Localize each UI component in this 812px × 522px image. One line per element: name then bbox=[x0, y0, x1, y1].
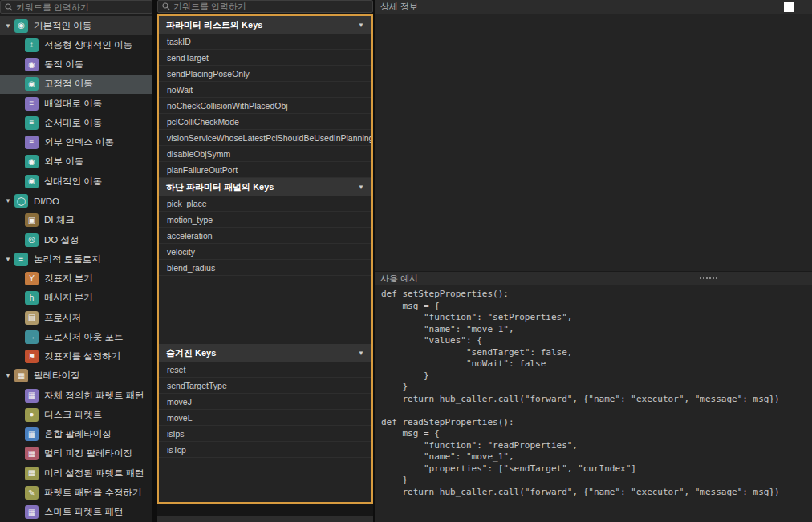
label-branch-icon: Y bbox=[25, 272, 39, 285]
expander-icon[interactable]: ▼ bbox=[5, 372, 14, 379]
tree-item-label: 미리 설정된 파렛트 패턴 bbox=[44, 467, 144, 480]
key-item[interactable]: sendTarget bbox=[159, 50, 371, 66]
splitter-grip[interactable] bbox=[700, 277, 717, 279]
tree-item[interactable]: ◉고정점 이동 bbox=[0, 75, 152, 94]
key-item[interactable]: motion_type bbox=[159, 212, 371, 228]
smart-pallet-pattern-icon: ▦ bbox=[25, 505, 39, 519]
keys-section-title: 숨겨진 Keys bbox=[166, 347, 216, 359]
key-item[interactable]: visionServiceWhoseLatestPclShouldBeUsedI… bbox=[159, 130, 371, 146]
chevron-down-icon[interactable]: ▼ bbox=[358, 184, 364, 191]
tree-item[interactable]: ≡배열대로 이동 bbox=[0, 94, 152, 113]
usage-title: 사용 예시 bbox=[380, 273, 418, 285]
tree-item-label: 스마트 파렛트 패턴 bbox=[44, 506, 123, 518]
tree-item[interactable]: ▣DI 체크 bbox=[0, 211, 152, 230]
keys-section-header[interactable]: 하단 파라미터 패널의 Keys▼ bbox=[159, 178, 371, 196]
tree-item[interactable]: h메시지 분기 bbox=[0, 289, 152, 308]
tree-item-label: 파렛트 패턴을 수정하기 bbox=[44, 487, 141, 499]
tree-item[interactable]: Y깃표지 분기 bbox=[0, 269, 152, 288]
expander-icon[interactable]: ▼ bbox=[5, 22, 14, 30]
key-item[interactable]: reset bbox=[159, 362, 371, 378]
keys-section-header[interactable]: 파라미터 리스트의 Keys▼ bbox=[159, 16, 371, 34]
key-item[interactable]: moveL bbox=[159, 410, 371, 426]
preset-pallet-pattern-icon: ▦ bbox=[25, 467, 39, 480]
tree-item-label: 적응형 상대적인 이동 bbox=[44, 39, 132, 51]
di-do-icon: ◯ bbox=[14, 194, 28, 208]
key-item[interactable]: velocity bbox=[159, 244, 371, 260]
tree-item-label: 깃표지 분기 bbox=[44, 273, 93, 285]
palletizing-icon: ▦ bbox=[14, 369, 28, 382]
keys-section: 파라미터 리스트의 Keys▼taskIDsendTargetsendPlaci… bbox=[159, 16, 371, 178]
sidebar-search[interactable] bbox=[0, 0, 152, 14]
tree-item[interactable]: ▤프로시저 bbox=[0, 308, 152, 327]
key-item[interactable]: pick_place bbox=[159, 196, 371, 212]
tree-item[interactable]: ↕적응형 상대적인 이동 bbox=[0, 35, 152, 55]
key-item[interactable]: blend_radius bbox=[159, 260, 371, 276]
disk-pallet-icon: ● bbox=[25, 408, 39, 422]
external-index-move-icon: ≡ bbox=[25, 136, 39, 149]
expander-icon[interactable]: ▼ bbox=[5, 197, 14, 204]
key-item[interactable]: noCheckCollisionWithPlacedObj bbox=[159, 98, 371, 114]
tree-group-header[interactable]: ▼◯DI/DO bbox=[0, 191, 152, 210]
tree-group-header[interactable]: ▼≡논리적 토폴로지 bbox=[0, 249, 152, 269]
tree-item[interactable]: ⚑깃표지를 설정하기 bbox=[0, 347, 152, 366]
tree-group-header[interactable]: ▼◉기본적인 이동 bbox=[0, 16, 152, 35]
keys-section: 하단 파라미터 패널의 Keys▼pick_placemotion_typeac… bbox=[159, 178, 371, 276]
keys-list: 파라미터 리스트의 Keys▼taskIDsendTargetsendPlaci… bbox=[157, 14, 373, 504]
tree-item-label: 자체 정의한 파렛트 패턴 bbox=[44, 390, 144, 402]
key-item[interactable]: disableObjSymm bbox=[159, 146, 371, 162]
tree-item[interactable]: ≡순서대로 이동 bbox=[0, 113, 152, 132]
tree-item[interactable]: ◉외부 이동 bbox=[0, 152, 152, 172]
detail-panel: 상세 정보 사용 예시 def setStepProperties(): msg… bbox=[375, 0, 812, 522]
key-item[interactable]: acceleration bbox=[159, 228, 371, 244]
key-item[interactable]: sendPlacingPoseOnly bbox=[159, 66, 371, 82]
tree-group-label: 논리적 토폴로지 bbox=[34, 253, 101, 265]
key-item[interactable]: taskID bbox=[159, 34, 371, 50]
tree-item[interactable]: ▦혼합 팔레타이징 bbox=[0, 425, 152, 444]
partial-section-strip bbox=[157, 516, 373, 522]
search-icon bbox=[5, 3, 13, 11]
key-item[interactable]: isTcp bbox=[159, 442, 371, 458]
tree-item-label: 동적 이동 bbox=[44, 59, 83, 71]
key-item[interactable]: sendTargetType bbox=[159, 378, 371, 394]
tree-item[interactable]: ▦멀티 피킹 팔레타이징 bbox=[0, 444, 152, 463]
key-item[interactable]: pclColliCheckMode bbox=[159, 114, 371, 130]
key-item[interactable]: isIps bbox=[159, 426, 371, 442]
tree-item[interactable]: ▦스마트 파렛트 패턴 bbox=[0, 503, 152, 522]
keys-section-header[interactable]: 숨겨진 Keys▼ bbox=[159, 344, 371, 362]
tree-item[interactable]: ◉동적 이동 bbox=[0, 55, 152, 75]
tree-item[interactable]: →프로시저 아웃 포트 bbox=[0, 327, 152, 346]
key-item[interactable]: moveJ bbox=[159, 394, 371, 410]
mixed-palletizing-icon: ▦ bbox=[25, 427, 39, 441]
chevron-down-icon[interactable]: ▼ bbox=[358, 22, 364, 29]
tree-item[interactable]: ◉상대적인 이동 bbox=[0, 172, 152, 191]
tree-item[interactable]: ≡외부 인덱스 이동 bbox=[0, 133, 152, 152]
chevron-down-icon[interactable]: ▼ bbox=[358, 350, 364, 357]
tree-item-label: 배열대로 이동 bbox=[44, 98, 102, 110]
detail-body bbox=[375, 14, 812, 272]
key-item[interactable]: noWait bbox=[159, 82, 371, 98]
logic-topology-icon: ≡ bbox=[14, 253, 28, 266]
di-check-icon: ▣ bbox=[25, 213, 39, 227]
fixed-point-move-icon: ◉ bbox=[25, 77, 39, 91]
tree-item[interactable]: ◎DO 설정 bbox=[0, 230, 152, 249]
keys-section-title: 파라미터 리스트의 Keys bbox=[166, 19, 262, 31]
keys-section: 숨겨진 Keys▼resetsendTargetTypemoveJmoveLis… bbox=[159, 344, 371, 458]
detail-header: 상세 정보 bbox=[375, 0, 812, 14]
tree-item[interactable]: ✎파렛트 패턴을 수정하기 bbox=[0, 483, 152, 502]
move-by-sequence-icon: ≡ bbox=[25, 116, 39, 130]
tree-item-label: DI 체크 bbox=[44, 214, 75, 226]
tree-item-label: 외부 이동 bbox=[44, 156, 83, 168]
procedure-icon: ▤ bbox=[25, 311, 39, 325]
do-set-icon: ◎ bbox=[25, 233, 39, 247]
sidebar-search-input[interactable] bbox=[16, 2, 148, 12]
tree-item[interactable]: ●디스크 파렛트 bbox=[0, 405, 152, 424]
multi-pick-palletizing-icon: ▦ bbox=[25, 447, 39, 460]
keys-search[interactable] bbox=[157, 0, 373, 13]
key-item[interactable]: planFailureOutPort bbox=[159, 162, 371, 178]
tree-item[interactable]: ▦자체 정의한 파렛트 패턴 bbox=[0, 386, 152, 405]
tree-item[interactable]: ▦미리 설정된 파렛트 패턴 bbox=[0, 463, 152, 483]
keys-search-input[interactable] bbox=[173, 2, 368, 11]
panel-corner-button[interactable] bbox=[784, 2, 794, 12]
tree-group-header[interactable]: ▼▦팔레타이징 bbox=[0, 366, 152, 386]
expander-icon[interactable]: ▼ bbox=[5, 256, 14, 263]
